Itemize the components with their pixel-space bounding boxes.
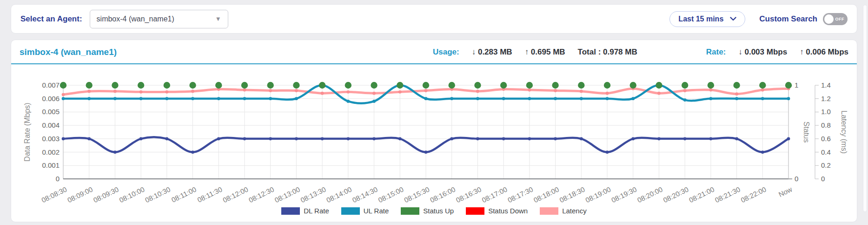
agent-select-value: simbox-4 (wan_name1): [97, 15, 215, 23]
usage-label: Usage:: [433, 48, 459, 57]
svg-text:08:12:30: 08:12:30: [247, 185, 275, 204]
toggle-knob: [824, 14, 834, 24]
svg-text:08:09:30: 08:09:30: [92, 185, 120, 204]
agent-chart-panel: simbox-4 (wan_name1) Usage: ↓ 0.283 MB ↑…: [11, 40, 857, 222]
select-agent-label: Select an Agent:: [20, 14, 82, 24]
svg-text:0.6: 0.6: [821, 135, 831, 143]
svg-text:08:11:30: 08:11:30: [196, 185, 224, 204]
svg-text:Status: Status: [802, 122, 810, 143]
svg-text:08:17:30: 08:17:30: [506, 185, 534, 204]
svg-text:0.004: 0.004: [42, 121, 60, 129]
svg-text:1.4: 1.4: [821, 81, 831, 89]
panel-title: simbox-4 (wan_name1): [20, 47, 433, 57]
chevron-down-icon: [730, 17, 736, 21]
legend-swatch: [401, 207, 419, 215]
svg-text:08:20:00: 08:20:00: [636, 185, 664, 204]
agent-select[interactable]: simbox-4 (wan_name1) ▼: [90, 10, 228, 28]
svg-text:08:18:00: 08:18:00: [532, 185, 560, 204]
chart-area[interactable]: 0.0070.0060.0050.0040.0030.0020.0010Data…: [11, 64, 857, 215]
svg-text:08:20:30: 08:20:30: [662, 185, 690, 204]
svg-text:Latency (ms): Latency (ms): [840, 110, 848, 153]
usage-upload: ↑ 0.695 MB: [525, 48, 565, 57]
svg-text:0.003: 0.003: [42, 135, 60, 143]
svg-text:0.2: 0.2: [821, 161, 831, 169]
svg-text:0.002: 0.002: [42, 148, 60, 156]
toggle-state-label: OFF: [835, 17, 845, 21]
time-range-dropdown[interactable]: Last 15 mins: [669, 11, 745, 27]
legend-label: Status Down: [488, 207, 528, 215]
rate-upload: ↑ 0.006 Mbps: [800, 48, 848, 57]
svg-text:0: 0: [56, 175, 60, 183]
legend-item-ul-rate[interactable]: UL Rate: [341, 207, 389, 215]
rate-download: ↓ 0.003 Mbps: [738, 48, 787, 57]
legend-item-status-down[interactable]: Status Down: [466, 207, 528, 215]
custom-search-toggle[interactable]: OFF: [823, 13, 848, 25]
svg-text:1: 1: [795, 81, 798, 89]
svg-text:0: 0: [795, 175, 798, 183]
time-range-value: Last 15 mins: [678, 15, 723, 23]
svg-text:08:10:00: 08:10:00: [118, 185, 146, 204]
rate-stats: Rate: ↓ 0.003 Mbps ↑ 0.006 Mbps: [706, 48, 848, 57]
svg-text:08:14:30: 08:14:30: [351, 185, 379, 204]
usage-total: Total : 0.978 MB: [578, 48, 637, 57]
svg-text:0.005: 0.005: [42, 108, 60, 116]
usage-download: ↓ 0.283 MB: [472, 48, 512, 57]
legend-item-dl-rate[interactable]: DL Rate: [281, 207, 329, 215]
legend-item-latency[interactable]: Latency: [540, 207, 587, 215]
svg-text:1.0: 1.0: [821, 108, 831, 116]
legend-swatch: [341, 207, 360, 215]
svg-text:08:15:30: 08:15:30: [403, 185, 431, 204]
svg-text:08:22:00: 08:22:00: [740, 185, 768, 204]
rate-label: Rate:: [706, 48, 726, 57]
svg-text:0.006: 0.006: [42, 95, 60, 102]
legend-swatch: [466, 207, 484, 215]
svg-text:08:12:00: 08:12:00: [221, 185, 249, 204]
svg-text:08:11:00: 08:11:00: [170, 185, 198, 204]
chart-legend: DL RateUL RateStatus UpStatus DownLatenc…: [11, 207, 857, 215]
svg-text:08:09:00: 08:09:00: [66, 185, 94, 204]
svg-text:08:21:30: 08:21:30: [714, 185, 742, 204]
svg-text:08:14:00: 08:14:00: [325, 185, 353, 204]
svg-text:1.2: 1.2: [821, 95, 831, 102]
svg-text:08:16:30: 08:16:30: [455, 185, 483, 204]
chart-svg[interactable]: 0.0070.0060.0050.0040.0030.0020.0010Data…: [11, 64, 857, 204]
svg-text:08:13:00: 08:13:00: [273, 185, 301, 204]
legend-swatch: [540, 207, 558, 215]
svg-text:Now: Now: [777, 185, 794, 198]
svg-text:08:13:30: 08:13:30: [299, 185, 327, 204]
svg-text:08:10:30: 08:10:30: [144, 185, 172, 204]
svg-text:08:08:30: 08:08:30: [40, 185, 68, 204]
legend-label: DL Rate: [304, 207, 329, 215]
svg-text:08:18:30: 08:18:30: [558, 185, 586, 204]
legend-label: UL Rate: [364, 207, 389, 215]
svg-text:0.8: 0.8: [821, 121, 831, 129]
chevron-down-icon: ▼: [215, 15, 221, 22]
usage-stats: Usage: ↓ 0.283 MB ↑ 0.695 MB Total : 0.9…: [433, 48, 637, 57]
svg-text:08:16:00: 08:16:00: [429, 185, 457, 204]
svg-text:0: 0: [821, 175, 825, 183]
legend-label: Status Up: [423, 207, 454, 215]
svg-text:08:17:00: 08:17:00: [481, 185, 509, 204]
svg-text:08:19:00: 08:19:00: [584, 185, 612, 204]
svg-text:0.4: 0.4: [821, 148, 831, 156]
svg-text:08:19:30: 08:19:30: [610, 185, 638, 204]
panel-header: simbox-4 (wan_name1) Usage: ↓ 0.283 MB ↑…: [11, 40, 857, 64]
svg-text:08:21:00: 08:21:00: [688, 185, 716, 204]
legend-label: Latency: [562, 207, 587, 215]
svg-text:08:15:00: 08:15:00: [377, 185, 405, 204]
legend-item-status-up[interactable]: Status Up: [401, 207, 454, 215]
legend-swatch: [281, 207, 300, 215]
top-toolbar: Select an Agent: simbox-4 (wan_name1) ▼ …: [11, 4, 857, 34]
page-scrollbar[interactable]: [863, 5, 867, 212]
svg-text:0.007: 0.007: [42, 81, 60, 89]
svg-text:0.001: 0.001: [42, 161, 60, 169]
custom-search-label: Custom Search: [759, 14, 817, 24]
svg-text:Data Rate (Mbps): Data Rate (Mbps): [23, 102, 31, 161]
